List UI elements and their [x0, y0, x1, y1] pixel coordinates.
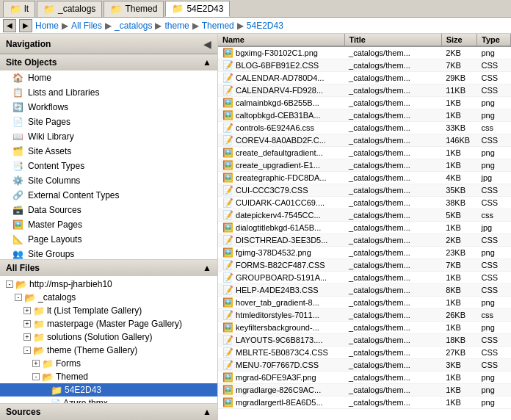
file-size-cell: 38KB: [441, 197, 476, 209]
tab-54e2d43[interactable]: 📁 54E2D43: [165, 1, 230, 17]
file-title-cell: _catalogs/them...: [344, 247, 441, 259]
file-type-cell: png: [476, 46, 510, 59]
file-type-icon: 📝: [222, 85, 233, 95]
table-row[interactable]: 📝 COREV4-8A0ABD2F.C... _catalogs/them...…: [218, 134, 511, 147]
col-name[interactable]: Name: [218, 34, 344, 46]
table-row[interactable]: 📝 MBLRTE-5B0873C4.CSS _catalogs/them... …: [218, 347, 511, 359]
tree-item-root[interactable]: - 📂 http://msp-jharbieh10: [0, 278, 217, 291]
nav-forward[interactable]: ▶: [19, 19, 32, 32]
nav-item-data-sources[interactable]: 🗃️ Data Sources: [0, 203, 217, 217]
expand-root[interactable]: -: [6, 280, 13, 288]
table-row[interactable]: 📝 CALENDAR-AD780D4... _catalogs/them... …: [218, 72, 511, 84]
file-size-cell: 4KB: [441, 172, 476, 184]
tree-item-54e2d43[interactable]: 📁 54E2D43: [0, 383, 217, 397]
tree-item-theme[interactable]: - 📂 theme (Theme Gallery): [0, 344, 217, 357]
expand-forms[interactable]: +: [32, 360, 40, 367]
expand-masterpage[interactable]: +: [23, 320, 31, 327]
tree-54e2d43-label: 54E2D43: [65, 385, 101, 395]
nav-item-wiki-label: Wiki Library: [28, 131, 74, 142]
groups-icon: 👥: [12, 248, 23, 260]
table-row[interactable]: 📝 MENU-70F7667D.CSS _catalogs/them... 3K…: [218, 359, 511, 372]
table-row[interactable]: 📝 HELP-A4DE24B3.CSS _catalogs/them... 8K…: [218, 284, 511, 297]
table-row[interactable]: 🖼️ hover_tab_gradient-8... _catalogs/the…: [218, 297, 511, 309]
expand-lt[interactable]: +: [23, 307, 31, 314]
table-row[interactable]: 📝 datepickerv4-7545CC... _catalogs/them.…: [218, 209, 511, 222]
nav-item-home[interactable]: 🏠 Home: [0, 70, 217, 85]
table-row[interactable]: 📝 CALENDARV4-FD928... _catalogs/them... …: [218, 84, 511, 97]
file-type-icon: 🖼️: [222, 98, 233, 108]
breadcrumb-bar: ◀ ▶ Home ▶ All Files ▶ _catalogs ▶ theme…: [0, 18, 511, 34]
table-row[interactable]: 📝 GROUPBOARD-5191A... _catalogs/them... …: [218, 272, 511, 284]
breadcrumb-catalogs[interactable]: _catalogs: [115, 21, 152, 31]
table-row[interactable]: 🖼️ keyfiltersbackground-... _catalogs/th…: [218, 322, 511, 334]
table-row[interactable]: 🖼️ mgradlargertl-8EA6D5... _catalogs/the…: [218, 397, 511, 409]
nav-item-ext-content[interactable]: 🔗 External Content Types: [0, 188, 217, 203]
col-size[interactable]: Size: [441, 34, 476, 46]
breadcrumb-theme[interactable]: theme: [164, 21, 189, 31]
tab-themed[interactable]: 📁 Themed: [104, 1, 164, 17]
tab-lt[interactable]: 📁 lt: [3, 1, 35, 17]
table-row[interactable]: 🖼️ mgradlarge-826C9AC... _catalogs/them.…: [218, 384, 511, 397]
tree-item-forms[interactable]: + 📁 Forms: [0, 357, 217, 370]
expand-themed[interactable]: -: [32, 373, 40, 380]
col-title[interactable]: Title: [344, 34, 441, 46]
expand-theme[interactable]: -: [23, 347, 31, 354]
tree-item-themed[interactable]: - 📂 Themed: [0, 370, 217, 383]
table-row[interactable]: 📝 LAYOUTS-9C6B8173.... _catalogs/them...…: [218, 334, 511, 347]
breadcrumb-home[interactable]: Home: [35, 21, 59, 31]
nav-item-site-groups[interactable]: 👥 Site Groups: [0, 247, 217, 260]
table-row[interactable]: 📝 controls-6E924A6.css _catalogs/them...…: [218, 122, 511, 134]
table-row[interactable]: 📝 CUIDARK-CA01CC69.... _catalogs/them...…: [218, 197, 511, 209]
file-type-icon: 🖼️: [222, 297, 233, 308]
file-title-cell: _catalogs/them...: [344, 172, 441, 184]
nav-collapse-icon[interactable]: ◀: [203, 38, 211, 50]
nav-back[interactable]: ◀: [3, 19, 16, 32]
table-row[interactable]: 📝 BLOG-6BFB91E2.CSS _catalogs/them... 7K…: [218, 59, 511, 72]
tree-item-lt[interactable]: + 📁 lt (List Template Gallery): [0, 304, 217, 317]
nav-panel-header: Navigation ◀: [0, 34, 217, 54]
table-row[interactable]: 📝 htmleditorstyles-7011... _catalogs/the…: [218, 309, 511, 322]
table-row[interactable]: 🖼️ mgrad-6DFE9A3F.png _catalogs/them... …: [218, 372, 511, 384]
file-size-cell: 1KB: [441, 272, 476, 284]
sources-collapse[interactable]: ▲: [203, 407, 211, 417]
nav-item-master-pages[interactable]: 🖼️ Master Pages: [0, 217, 217, 232]
tab-catalogs[interactable]: 📁 _catalogs: [37, 1, 102, 17]
tree-item-catalogs[interactable]: - 📂 _catalogs: [0, 291, 217, 304]
breadcrumb-54e2d43[interactable]: 54E2D43: [247, 21, 283, 31]
breadcrumb-sep-3: ▶: [192, 21, 199, 31]
table-row[interactable]: 📝 FORMS-B82CF487.CSS _catalogs/them... 7…: [218, 259, 511, 272]
site-objects-collapse[interactable]: ▲: [203, 57, 211, 68]
file-type-cell: CSS: [476, 184, 510, 197]
breadcrumb-themed[interactable]: Themed: [202, 21, 234, 31]
table-row[interactable]: 🖼️ fgimg-378D4532.png _catalogs/them... …: [218, 247, 511, 259]
file-name-cell: 🖼️ caltopbkgd-CEB31BA...: [218, 109, 344, 122]
table-row[interactable]: 🖼️ caltopbkgd-CEB31BA... _catalogs/them.…: [218, 109, 511, 122]
nav-item-workflows[interactable]: 🔄 Workflows: [0, 100, 217, 115]
nav-item-content-types[interactable]: 📑 Content Types: [0, 159, 217, 173]
all-files-collapse[interactable]: ▲: [203, 263, 211, 273]
table-row[interactable]: 🖼️ bgximg-F30102C1.png _catalogs/them...…: [218, 46, 511, 59]
col-type[interactable]: Type: [476, 34, 510, 46]
table-row[interactable]: 🖼️ create_upgradient-E1... _catalogs/the…: [218, 159, 511, 172]
table-row[interactable]: 🖼️ creategraphic-FDC8DA... _catalogs/the…: [218, 172, 511, 184]
table-row[interactable]: 🖼️ create_defaultgradient... _catalogs/t…: [218, 147, 511, 159]
nav-item-page-layouts[interactable]: 📐 Page Layouts: [0, 232, 217, 247]
nav-item-lists[interactable]: 📋 Lists and Libraries: [0, 85, 217, 100]
expand-catalogs[interactable]: -: [15, 294, 22, 301]
expand-solutions[interactable]: +: [23, 333, 31, 341]
tree-item-azure[interactable]: 📄 Azure.thmx: [0, 397, 217, 403]
nav-item-site-assets[interactable]: 🗂️ Site Assets: [0, 144, 217, 159]
nav-item-wiki[interactable]: 📖 Wiki Library: [0, 129, 217, 144]
file-title-cell: _catalogs/them...: [344, 234, 441, 247]
file-type-cell: png: [476, 147, 510, 159]
table-row[interactable]: 📝 DISCTHREAD-3EE3D5... _catalogs/them...…: [218, 234, 511, 247]
nav-item-site-pages[interactable]: 📄 Site Pages: [0, 115, 217, 129]
table-row[interactable]: 🖼️ dialogtitlebkgd-61A5B... _catalogs/th…: [218, 222, 511, 234]
nav-item-site-columns[interactable]: ⚙️ Site Columns: [0, 173, 217, 188]
table-row[interactable]: 🖼️ calmainbkgd-6B255B... _catalogs/them.…: [218, 97, 511, 109]
tree-item-solutions[interactable]: + 📁 solutions (Solution Gallery): [0, 330, 217, 344]
file-type-cell: png: [476, 247, 510, 259]
table-row[interactable]: 📝 CUI-CCC3C79.CSS _catalogs/them... 35KB…: [218, 184, 511, 197]
tree-item-masterpage[interactable]: + 📁 masterpage (Master Page Gallery): [0, 317, 217, 330]
breadcrumb-allfiles[interactable]: All Files: [71, 21, 102, 31]
